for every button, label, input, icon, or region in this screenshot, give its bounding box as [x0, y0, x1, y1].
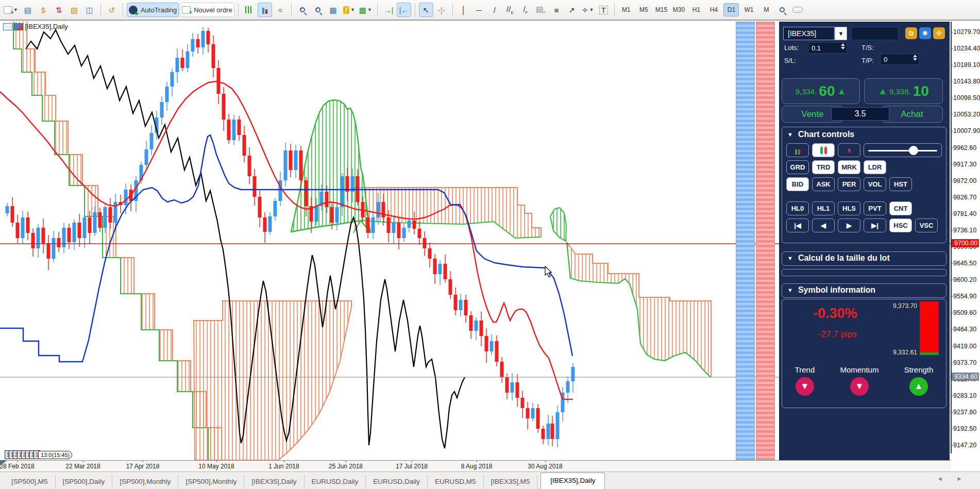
templates-button[interactable]: ▩▼: [358, 3, 374, 17]
zoom-out-button[interactable]: −: [311, 3, 325, 17]
bar-chart-mode-button[interactable]: [242, 3, 257, 17]
arrow-tool[interactable]: ↗: [565, 3, 579, 17]
rectangle-tool[interactable]: ■: [549, 3, 564, 17]
panel-button-hl0[interactable]: HL0: [786, 201, 809, 215]
horizontal-line-tool[interactable]: ─: [472, 3, 486, 17]
autotrading-button[interactable]: AutoTrading: [127, 3, 179, 17]
chart-shift-button[interactable]: |←: [397, 3, 411, 17]
equidistant-channel-tool[interactable]: //E: [503, 3, 517, 17]
autotrading-label: AutoTrading: [141, 6, 177, 14]
search-button[interactable]: [775, 3, 789, 17]
market-watch-button[interactable]: $: [36, 3, 50, 17]
symbol-info-header[interactable]: ▼Symbol information: [782, 284, 946, 297]
chart-tab[interactable]: [SP500],M5: [4, 475, 56, 489]
axis-label: 10234.40: [953, 45, 980, 52]
profiles-button[interactable]: ▤: [21, 3, 35, 17]
line-chart-mode-button[interactable]: ≈: [273, 3, 288, 17]
panel-button-vol[interactable]: VOL: [864, 177, 886, 191]
chart-tab[interactable]: [SP500],Monthly: [112, 475, 178, 489]
tile-windows-icon: ▦: [330, 6, 337, 14]
indicators-button[interactable]: f▼: [342, 3, 357, 17]
panel-button-mrk[interactable]: MRK: [838, 160, 860, 174]
buy-label-button[interactable]: Achat: [881, 106, 943, 123]
panel-button-ldr[interactable]: LDR: [864, 160, 886, 174]
timeframe-d1[interactable]: D1: [723, 3, 739, 16]
comment-field[interactable]: [851, 27, 899, 40]
tile-windows-button[interactable]: ▦: [326, 3, 341, 17]
lots-spinner[interactable]: [841, 43, 845, 49]
timeframe-h1[interactable]: H1: [688, 3, 704, 16]
fibonacci-grid-tool[interactable]: ▤F: [534, 3, 548, 17]
panel-button-per[interactable]: PER: [838, 177, 860, 191]
sell-button[interactable]: 9,334.60▲: [782, 78, 860, 104]
chart-tab[interactable]: [SP500],Daily: [56, 475, 113, 489]
timeframe-m5[interactable]: M5: [636, 3, 651, 16]
auto-scroll-button[interactable]: →|: [381, 3, 396, 17]
panel-button-[interactable]: ▶: [838, 218, 860, 232]
zoom-slider[interactable]: [864, 143, 942, 157]
timeframe-h4[interactable]: H4: [706, 3, 721, 16]
crosshair-tool-button[interactable]: -¦-: [434, 3, 449, 17]
timeframe-m15[interactable]: M15: [653, 3, 669, 16]
panel-button-ask[interactable]: ASK: [812, 177, 835, 191]
date-axis[interactable]: 28 Feb 201822 Mar 201817 Apr 201810 May …: [0, 460, 951, 471]
timeframe-w1[interactable]: W1: [741, 3, 756, 16]
ts-spinner[interactable]: [913, 55, 917, 61]
chart-tab[interactable]: EURUSD,Daily: [305, 475, 366, 489]
link-button[interactable]: ⧉: [905, 27, 917, 39]
chart-tab[interactable]: [IBEX35],Daily: [540, 473, 605, 489]
slider-thumb[interactable]: [909, 146, 918, 155]
zoom-in-button[interactable]: +: [295, 3, 310, 17]
panel-candle-mode-button[interactable]: [812, 143, 835, 157]
chart-tab[interactable]: EURUSD,M5: [428, 475, 484, 489]
panel-line-mode-button[interactable]: ∧: [838, 143, 860, 157]
chart-controls-header[interactable]: ▼Chart controls: [782, 127, 946, 142]
panel-button-hls[interactable]: HLS: [838, 201, 860, 215]
terminal-button[interactable]: ◫: [82, 3, 97, 17]
price-axis[interactable]: 10279.7010234.4010189.1010143.8010098.50…: [951, 22, 980, 453]
horizontal-scrollbar[interactable]: ◄►: [937, 475, 976, 482]
chat-button[interactable]: …: [790, 3, 805, 17]
chart-tab[interactable]: EURUSD,Daily: [366, 475, 428, 489]
panel-button-hst[interactable]: HST: [889, 177, 912, 191]
buy-button[interactable]: ▲9,338.10: [864, 78, 943, 104]
panel-button-[interactable]: ▶|: [864, 218, 886, 232]
trendline-tool[interactable]: /: [487, 3, 502, 17]
chart-tab[interactable]: [IBEX35],M5: [484, 475, 538, 489]
panel-button-hsc[interactable]: HSC: [889, 218, 912, 232]
panel-button-[interactable]: |◀: [786, 218, 809, 232]
panel-button-cnt[interactable]: CNT: [889, 201, 912, 215]
strategy-tester-icon: ↺: [109, 6, 115, 14]
timeframe-m30[interactable]: M30: [671, 3, 686, 16]
panel-button-hl1[interactable]: HL1: [812, 201, 835, 215]
preset-button[interactable]: ✣: [933, 27, 945, 39]
panel-button-trd[interactable]: TRD: [812, 160, 835, 174]
shapes-dropdown[interactable]: ✧▼: [580, 3, 596, 17]
strategy-tester-button[interactable]: ↺: [105, 3, 119, 17]
new-order-button[interactable]: + Nouvel ordre: [180, 3, 234, 17]
panel-button-[interactable]: ◀: [812, 218, 835, 232]
candlestick-mode-button[interactable]: [258, 3, 272, 17]
panel-button-vsc[interactable]: VSC: [915, 218, 938, 232]
lot-calc-header[interactable]: ▼Calcul de la taille du lot: [782, 252, 946, 265]
text-tool[interactable]: T: [596, 3, 611, 17]
fibonacci-tool[interactable]: /F: [518, 3, 533, 17]
settings-gear-button[interactable]: ✱: [919, 27, 931, 39]
ts-input[interactable]: 0: [880, 54, 919, 65]
chart-tab[interactable]: [SP500],Monthly: [178, 475, 244, 489]
new-chart-button[interactable]: +▼: [2, 3, 20, 17]
panel-button-pvt[interactable]: PVT: [864, 201, 886, 215]
panel-bar-mode-button[interactable]: [786, 143, 809, 157]
timeframe-m[interactable]: M: [758, 3, 774, 16]
panel-button-grd[interactable]: GRD: [786, 160, 809, 174]
symbol-select[interactable]: [IBEX35]: [783, 27, 835, 40]
timeframe-m1[interactable]: M1: [618, 3, 634, 16]
symbol-dropdown-button[interactable]: ▼: [835, 27, 847, 40]
lots-input[interactable]: 0.1: [808, 42, 847, 54]
vertical-line-tool[interactable]: │: [457, 3, 471, 17]
data-window-button[interactable]: ⇅: [52, 3, 66, 17]
cursor-tool-button[interactable]: ↖: [419, 3, 433, 17]
chart-tab[interactable]: [IBEX35],Daily: [244, 475, 304, 489]
panel-button-bid[interactable]: BID: [786, 177, 809, 191]
navigator-button[interactable]: ▨: [67, 3, 81, 17]
